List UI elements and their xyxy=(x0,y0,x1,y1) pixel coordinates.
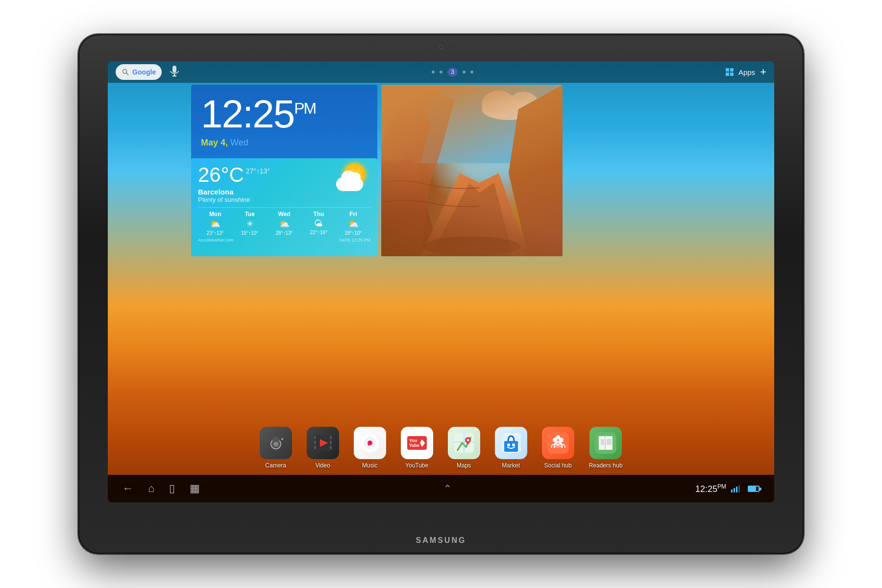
svg-marker-16 xyxy=(430,183,514,256)
readers-hub-app[interactable]: Readers hub xyxy=(589,427,623,469)
svg-rect-65 xyxy=(731,490,733,492)
weather-widget: 26°C27°↑13° Barcelona Plenty of sunshine… xyxy=(191,158,377,256)
weather-footer: AccuWeather.com 04/05 12:25 PM xyxy=(198,238,370,243)
camera-app[interactable]: Camera xyxy=(260,427,292,469)
nav-buttons: ← ⌂ ▯ ▦ xyxy=(122,482,200,495)
svg-point-0 xyxy=(123,70,127,74)
svg-marker-14 xyxy=(509,85,563,256)
svg-rect-66 xyxy=(734,488,735,492)
svg-marker-10 xyxy=(381,85,430,163)
recents-button[interactable]: ▯ xyxy=(169,482,175,495)
svg-point-9 xyxy=(519,103,547,121)
weather-temp-block: 26°C27°↑13° Barcelona Plenty of sunshine xyxy=(198,163,270,203)
market-label: Market xyxy=(502,462,520,469)
svg-rect-26 xyxy=(314,441,316,444)
svg-marker-12 xyxy=(381,85,455,256)
svg-point-20 xyxy=(274,442,278,446)
video-app[interactable]: Video xyxy=(307,427,339,469)
maps-label: Maps xyxy=(457,462,471,469)
svg-rect-67 xyxy=(736,487,737,492)
weather-city: Barcelona xyxy=(198,188,270,196)
navigation-bar: ← ⌂ ▯ ▦ ⌃ 12:25PM xyxy=(108,475,774,502)
svg-rect-28 xyxy=(330,436,332,439)
battery-icon xyxy=(748,486,760,492)
svg-rect-30 xyxy=(330,446,332,449)
add-page-button[interactable]: + xyxy=(760,66,766,78)
music-app[interactable]: ♪ Music xyxy=(354,427,386,469)
front-speaker xyxy=(451,45,454,48)
forecast-tue: Tue ☀ 15°↑10° xyxy=(232,211,267,236)
battery-fill xyxy=(749,487,756,491)
youtube-icon: You Tube xyxy=(401,427,433,459)
svg-rect-57 xyxy=(599,436,605,450)
svg-rect-25 xyxy=(314,436,316,439)
page-indicators: 3 xyxy=(432,68,473,76)
forecast-mon: Mon ⛅ 23°↑13° xyxy=(198,211,232,236)
google-search-bar[interactable]: Google xyxy=(116,64,162,80)
screen: Google 3 xyxy=(108,61,774,502)
forecast-fri: Fri ⛅ 18°↑10° xyxy=(336,211,370,236)
svg-rect-21 xyxy=(272,438,279,442)
status-left: Google xyxy=(116,64,179,80)
svg-marker-15 xyxy=(420,173,528,256)
svg-point-8 xyxy=(509,92,538,115)
page-dot-1 xyxy=(432,71,435,74)
svg-text:Tube: Tube xyxy=(409,443,419,448)
weather-description: Plenty of sunshine xyxy=(198,196,270,203)
social-hub-label: Social hub xyxy=(544,462,572,469)
canyon-image xyxy=(381,85,563,256)
youtube-app[interactable]: You Tube YouTube xyxy=(401,427,433,469)
weather-range: 27°↑13° xyxy=(246,167,270,175)
search-icon xyxy=(122,68,129,76)
svg-text:♪: ♪ xyxy=(367,439,371,447)
music-icon: ♪ xyxy=(354,427,386,459)
weather-top: 26°C27°↑13° Barcelona Plenty of sunshine xyxy=(198,163,370,203)
music-label: Music xyxy=(362,462,377,469)
page-dot-5 xyxy=(470,71,473,74)
front-camera xyxy=(439,45,443,49)
tablet-device: Google 3 xyxy=(78,34,804,554)
market-app[interactable]: Market xyxy=(495,427,527,469)
svg-rect-27 xyxy=(314,446,316,449)
svg-point-46 xyxy=(466,439,469,441)
svg-line-1 xyxy=(126,73,128,75)
video-label: Video xyxy=(315,462,330,469)
camera-label: Camera xyxy=(265,462,286,469)
svg-point-17 xyxy=(423,237,521,256)
page-dot-2 xyxy=(440,71,442,74)
video-icon xyxy=(307,427,339,459)
svg-text:You: You xyxy=(409,438,417,443)
apps-grid-icon xyxy=(726,68,734,76)
svg-point-6 xyxy=(482,98,536,120)
svg-rect-22 xyxy=(273,437,277,439)
svg-point-23 xyxy=(281,438,283,440)
maps-app[interactable]: Maps xyxy=(448,427,480,469)
nav-up-chevron[interactable]: ⌃ xyxy=(443,483,452,494)
market-icon xyxy=(495,427,527,459)
back-button[interactable]: ← xyxy=(122,482,133,495)
clock-time: 12:25PM xyxy=(191,85,377,134)
microphone-icon[interactable] xyxy=(170,65,179,79)
weather-temperature: 26°C xyxy=(198,163,244,186)
photo-widget xyxy=(381,85,563,256)
weather-icon xyxy=(336,161,370,195)
svg-rect-5 xyxy=(381,85,563,163)
social-hub-app[interactable]: Social hub xyxy=(542,427,574,469)
nav-time: 12:25PM xyxy=(695,483,726,494)
youtube-label: YouTube xyxy=(405,462,428,469)
forecast-wed: Wed ⛅ 28°↑13° xyxy=(267,211,301,236)
svg-point-50 xyxy=(512,443,515,446)
svg-point-7 xyxy=(482,91,516,118)
home-button[interactable]: ⌂ xyxy=(148,482,154,495)
svg-marker-13 xyxy=(509,85,563,256)
page-dot-4 xyxy=(463,71,466,74)
svg-rect-48 xyxy=(504,441,518,452)
page-number: 3 xyxy=(447,68,458,76)
screenshot-button[interactable]: ▦ xyxy=(190,482,200,495)
maps-icon xyxy=(448,427,480,459)
svg-rect-2 xyxy=(172,66,176,73)
svg-rect-68 xyxy=(738,485,740,492)
svg-rect-29 xyxy=(330,441,332,444)
apps-label[interactable]: Apps xyxy=(738,68,755,76)
svg-marker-11 xyxy=(381,158,440,256)
